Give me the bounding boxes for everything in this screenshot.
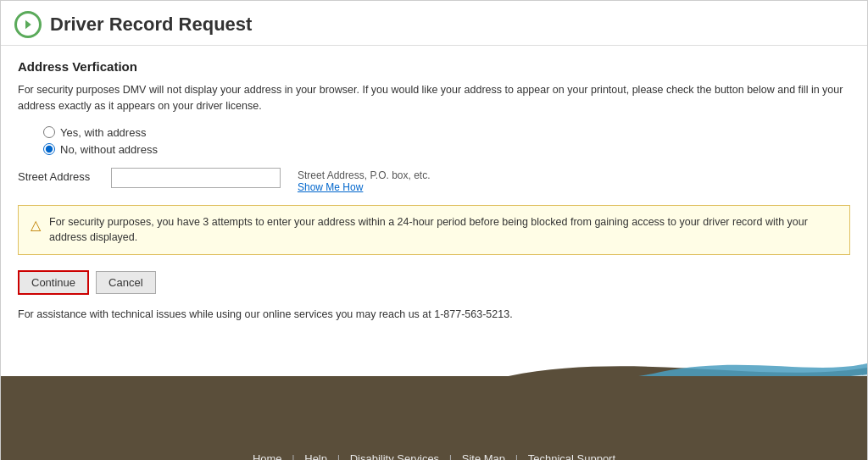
footer-link-sitemap[interactable]: Site Map — [462, 452, 505, 460]
footer-brown-bg — [1, 376, 867, 444]
warning-icon: △ — [31, 215, 41, 236]
help-text: For assistance with technical issues whi… — [18, 308, 850, 320]
cancel-button[interactable]: Cancel — [96, 271, 155, 294]
street-address-label: Street Address — [18, 168, 103, 183]
footer-link-disability[interactable]: Disability Services — [350, 452, 439, 460]
radio-no-without-address[interactable]: No, without address — [43, 143, 850, 156]
warning-box: △ For security purposes, you have 3 atte… — [18, 205, 850, 256]
radio-yes-label: Yes, with address — [60, 126, 146, 139]
header: Driver Record Request — [1, 1, 867, 46]
page-wrapper: Driver Record Request Address Verficatio… — [0, 0, 868, 460]
continue-button[interactable]: Continue — [18, 270, 89, 295]
footer-link-help[interactable]: Help — [304, 452, 327, 460]
radio-yes-input[interactable] — [43, 126, 55, 138]
street-address-hint: Street Address, P.O. box, etc. Show Me H… — [298, 168, 431, 193]
street-address-input-group — [111, 168, 281, 188]
show-me-how-link[interactable]: Show Me How — [298, 181, 431, 193]
radio-no-input[interactable] — [43, 143, 55, 155]
warning-text: For security purposes, you have 3 attemp… — [49, 214, 837, 247]
street-address-input[interactable] — [111, 168, 281, 188]
street-address-row: Street Address Street Address, P.O. box,… — [18, 168, 850, 193]
go-icon — [14, 11, 42, 38]
content-area: Address Verfication For security purpose… — [1, 46, 867, 351]
section-description: For security purposes DMV will not displ… — [18, 82, 850, 114]
footer-link-techsupport[interactable]: Technical Support — [528, 452, 615, 460]
street-address-hint-text: Street Address, P.O. box, etc. — [298, 169, 431, 181]
radio-yes-with-address[interactable]: Yes, with address — [43, 126, 850, 139]
footer-nav: Home | Help | Disability Services | Site… — [1, 444, 867, 460]
section-title: Address Verfication — [18, 59, 850, 74]
wave-decoration — [1, 351, 867, 444]
address-radio-group: Yes, with address No, without address — [18, 126, 850, 156]
page-title: Driver Record Request — [50, 14, 252, 36]
button-row: Continue Cancel — [18, 270, 850, 295]
radio-no-label: No, without address — [60, 143, 158, 156]
footer-link-home[interactable]: Home — [253, 452, 282, 460]
